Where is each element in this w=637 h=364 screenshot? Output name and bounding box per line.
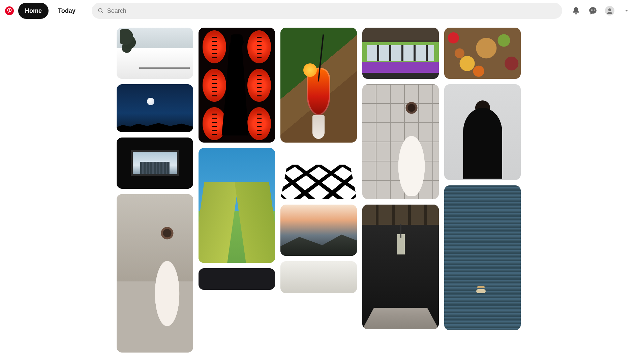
account-menu-button[interactable]: [619, 4, 634, 18]
chat-icon: [588, 6, 597, 15]
pinterest-logo[interactable]: [3, 5, 16, 17]
avatar: [605, 6, 614, 16]
search-icon: [98, 8, 104, 14]
feed-column: [444, 28, 521, 353]
pin-card[interactable]: [117, 194, 193, 353]
search-bar[interactable]: [92, 3, 562, 19]
feed-column: [280, 28, 357, 353]
feed-column: [117, 28, 193, 353]
pin-card[interactable]: [444, 28, 521, 79]
pin-card[interactable]: [117, 138, 193, 189]
bell-icon: [572, 6, 580, 15]
pinterest-icon: [5, 6, 14, 15]
pin-card[interactable]: [199, 148, 275, 263]
notifications-button[interactable]: [569, 4, 583, 18]
pin-feed: [117, 28, 521, 353]
person-icon: [605, 6, 614, 16]
messages-button[interactable]: [586, 4, 600, 18]
pin-card[interactable]: [117, 28, 193, 79]
feed-column: [362, 28, 439, 353]
pin-card[interactable]: [280, 205, 357, 256]
chevron-down-icon: [624, 8, 629, 13]
home-tab[interactable]: Home: [18, 3, 49, 19]
pin-card[interactable]: [280, 261, 357, 293]
home-tab-label: Home: [25, 7, 42, 14]
pin-card[interactable]: [444, 185, 521, 330]
pin-card[interactable]: [362, 28, 439, 79]
pin-card[interactable]: [199, 268, 275, 290]
search-input[interactable]: [107, 7, 556, 14]
today-tab-label: Today: [58, 7, 75, 14]
pin-card[interactable]: [280, 148, 357, 199]
header: Home Today: [0, 0, 637, 22]
pin-card[interactable]: [280, 28, 357, 143]
pin-card[interactable]: [362, 205, 439, 329]
account-button[interactable]: [603, 4, 617, 18]
pin-card[interactable]: [199, 28, 275, 143]
today-tab[interactable]: Today: [51, 3, 82, 19]
pin-card[interactable]: [117, 84, 193, 132]
pin-card[interactable]: [362, 84, 439, 199]
feed-column: [199, 28, 275, 353]
pin-card[interactable]: [444, 84, 521, 180]
